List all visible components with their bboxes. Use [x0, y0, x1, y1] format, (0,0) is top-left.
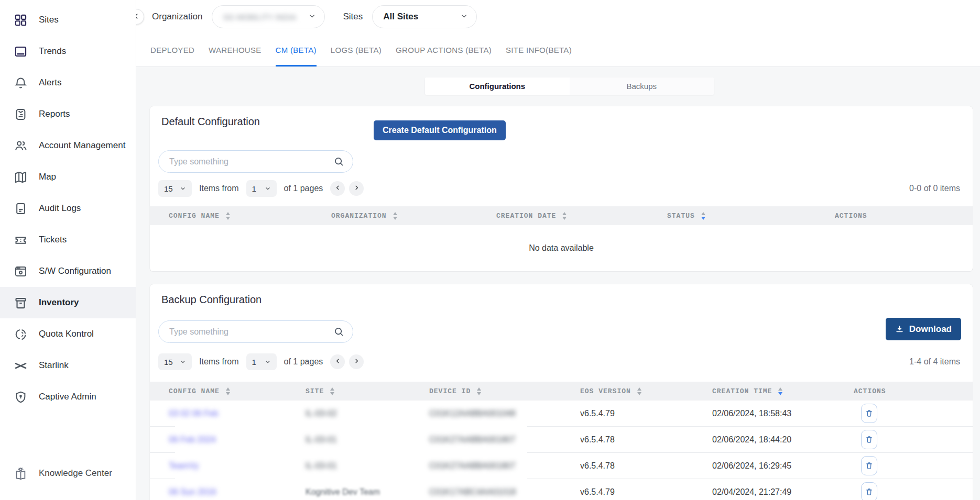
of-pages-label: of 1 pages: [284, 184, 323, 193]
sites-select[interactable]: All Sites: [372, 5, 477, 28]
sidebar-item-label: Tickets: [39, 235, 67, 245]
sidebar-item-alerts[interactable]: Alerts: [0, 67, 136, 98]
sidebar-item-inventory[interactable]: Inventory: [0, 287, 136, 318]
next-page-button[interactable]: [349, 354, 364, 369]
device-id-cell: C01K12AABBA001048: [429, 409, 580, 418]
column-header-device-id[interactable]: DEVICE ID: [429, 387, 580, 395]
column-header-config-name[interactable]: CONFIG NAME: [169, 212, 331, 220]
column-header-eos-version[interactable]: EOS VERSION: [580, 387, 712, 395]
backup-config-pagination: 15 Items from 1 of 1 pages 1-4 of 4 item…: [158, 353, 960, 371]
previous-page-button[interactable]: [330, 354, 345, 369]
sites-label: Sites: [343, 12, 363, 22]
tab-site-info-beta[interactable]: SITE INFO(BETA): [506, 34, 572, 66]
tab-deployed[interactable]: DEPLOYED: [150, 34, 194, 66]
search-input[interactable]: [169, 157, 333, 166]
creation-time-cell: 02/06/2024, 18:44:20: [712, 435, 854, 445]
sidebar-item-starlink[interactable]: Starlink: [0, 350, 136, 381]
site-cell: Kognitive Dev Team: [306, 487, 429, 497]
create-default-configuration-button[interactable]: Create Default Configuration: [374, 120, 506, 140]
chevron-down-icon: [265, 358, 271, 366]
page-size-select[interactable]: 15: [158, 180, 192, 197]
items-from-label: Items from: [199, 357, 239, 366]
tab-logs-beta[interactable]: LOGS (BETA): [331, 34, 382, 66]
site-cell: IL-03-01: [306, 461, 429, 471]
sidebar-item-reports[interactable]: Reports: [0, 98, 136, 130]
config-name-link[interactable]: 06 Feb 2024: [169, 435, 306, 445]
column-header-creation-time[interactable]: CREATION TIME: [712, 387, 854, 395]
page-select[interactable]: 1: [246, 180, 277, 197]
chevron-right-icon: [353, 358, 360, 366]
report-icon: [14, 107, 28, 121]
grid-icon: [14, 13, 28, 27]
items-from-label: Items from: [199, 184, 239, 193]
organization-value-redacted: SG MOBILITY INDIA: [223, 13, 296, 21]
chevron-left-icon: [334, 184, 341, 193]
items-count: 0-0 of 0 items: [909, 184, 960, 193]
sort-icon: [477, 387, 481, 395]
page-size-value: 15: [164, 184, 173, 193]
column-header-config-name[interactable]: CONFIG NAME: [169, 387, 306, 395]
toggle-backups[interactable]: Backups: [570, 77, 714, 95]
delete-button[interactable]: [861, 404, 877, 423]
page-select[interactable]: 1: [246, 353, 277, 370]
sidebar-item-account-management[interactable]: Account Management: [0, 130, 136, 161]
chevron-down-icon: [180, 358, 186, 366]
toggle-configurations[interactable]: Configurations: [425, 77, 570, 95]
search-input[interactable]: [169, 327, 333, 337]
config-name-link[interactable]: 06 Sun 2016: [169, 487, 306, 497]
sidebar-item-label: Starlink: [39, 360, 69, 371]
device-id-cell: C01K27AABBA001807: [429, 435, 580, 445]
search-icon[interactable]: [333, 156, 344, 167]
column-header-creation-date[interactable]: CREATION DATE: [496, 212, 667, 220]
items-count: 1-4 of 4 items: [909, 357, 960, 366]
sidebar-item-sites[interactable]: Sites: [0, 4, 136, 36]
creation-time-cell: 02/04/2024, 21:27:49: [712, 487, 854, 497]
sidebar-item-audit-logs[interactable]: Audit Logs: [0, 193, 136, 224]
trash-icon: [864, 461, 874, 471]
sidebar-item-trends[interactable]: Trends: [0, 36, 136, 67]
sidebar-item-label: S/W Configuration: [39, 266, 111, 276]
sort-icon: [637, 387, 641, 395]
column-header-status[interactable]: STATUS: [667, 212, 835, 220]
document-icon: [14, 202, 28, 216]
next-page-button[interactable]: [349, 181, 364, 196]
tab-warehouse[interactable]: WAREHOUSE: [209, 34, 262, 66]
delete-button[interactable]: [861, 456, 877, 475]
content-area: Configurations Backups Default Configura…: [136, 67, 980, 500]
download-button[interactable]: Download: [886, 318, 961, 340]
config-name-link[interactable]: 03 02 06 Feb: [169, 409, 306, 418]
sidebar-item-label: Audit Logs: [39, 203, 81, 214]
topbar: Organization SG MOBILITY INDIA Sites All…: [136, 0, 980, 34]
tab-bar: DEPLOYED WAREHOUSE CM (BETA) LOGS (BETA)…: [136, 34, 980, 67]
trends-icon: [14, 45, 28, 59]
column-header-site[interactable]: SITE: [306, 387, 429, 395]
main-area: Organization SG MOBILITY INDIA Sites All…: [136, 0, 980, 500]
config-name-link[interactable]: TeamVy: [169, 461, 306, 471]
sidebar-item-tickets[interactable]: Tickets: [0, 224, 136, 255]
site-cell: IL-03-02: [306, 409, 429, 418]
creation-time-cell: 02/06/2024, 18:58:43: [712, 409, 854, 418]
tab-group-actions-beta[interactable]: GROUP ACTIONS (BETA): [396, 34, 492, 66]
sidebar-item-captive-admin[interactable]: Captive Admin: [0, 381, 136, 413]
sidebar-item-sw-configuration[interactable]: S/W Configuration: [0, 255, 136, 287]
delete-button[interactable]: [861, 482, 877, 500]
backup-config-table-header: CONFIG NAME SITE DEVICE ID EOS VERSION C…: [150, 382, 973, 401]
chevron-down-icon: [180, 184, 186, 193]
eos-version-cell: v6.5.4.78: [580, 435, 712, 445]
chevron-left-icon: [334, 358, 341, 366]
sidebar-item-map[interactable]: Map: [0, 161, 136, 193]
eos-version-cell: v6.5.4.79: [580, 409, 712, 418]
sidebar-item-knowledge-center[interactable]: Knowledge Center: [0, 461, 136, 485]
delete-button[interactable]: [861, 430, 877, 449]
previous-page-button[interactable]: [330, 181, 345, 196]
sidebar-item-label: Captive Admin: [39, 392, 96, 402]
sidebar-item-quota-kontrol[interactable]: Quota Kontrol: [0, 318, 136, 350]
trash-icon: [864, 408, 874, 418]
search-icon[interactable]: [333, 326, 344, 337]
tab-cm-beta[interactable]: CM (BETA): [276, 34, 317, 66]
column-header-organization[interactable]: ORGANIZATION: [331, 212, 496, 220]
page-size-select[interactable]: 15: [158, 353, 192, 370]
sort-icon-active-desc: [701, 212, 705, 220]
of-pages-label: of 1 pages: [284, 357, 323, 366]
organization-select[interactable]: SG MOBILITY INDIA: [212, 5, 325, 28]
